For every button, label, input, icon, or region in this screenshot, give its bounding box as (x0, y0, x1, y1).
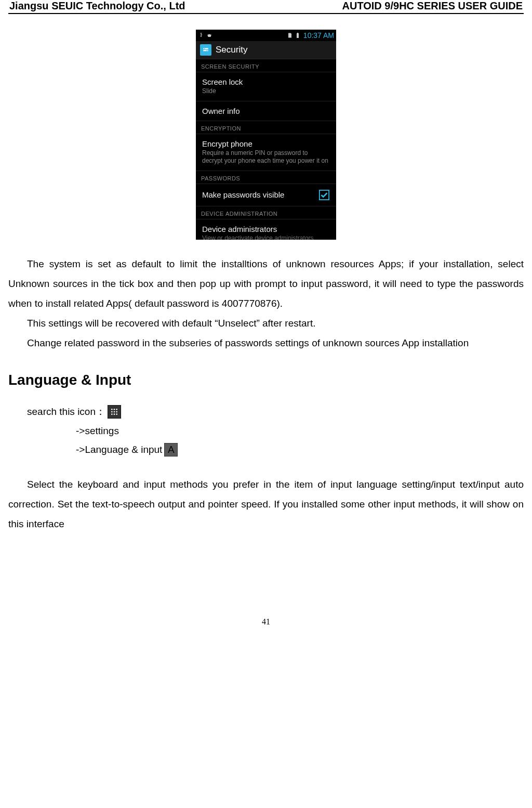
item-desc: Require a numeric PIN or password to dec… (202, 149, 330, 165)
item-device-administrators[interactable]: Device administrators View or deactivate… (196, 219, 336, 240)
heading-language-input: Language & Input (8, 372, 524, 388)
paragraph: Change related password in the subseries… (8, 333, 524, 353)
header-right: AUTOID 9/9HC SERIES USER GUIDE (342, 0, 523, 12)
paragraph: The system is set as default to limit th… (8, 254, 524, 314)
item-title: Device administrators (202, 225, 330, 233)
nav-path-language: ->Language & input A (76, 440, 524, 459)
svg-rect-6 (297, 33, 298, 33)
svg-point-16 (114, 411, 115, 412)
phone-title: Security (216, 45, 247, 55)
page-number: 41 (8, 534, 524, 627)
svg-point-9 (204, 48, 205, 49)
svg-point-12 (111, 409, 113, 410)
svg-point-13 (114, 409, 115, 410)
section-header-device-admin: DEVICE ADMINISTRATION (196, 206, 336, 219)
item-title: Make passwords visible (202, 190, 284, 199)
item-desc: View or deactivate device administrators (202, 234, 330, 240)
phone-screenshot: 10:37 AM Security SCREEN SECURITY Screen… (8, 30, 524, 240)
item-owner-info[interactable]: Owner info (196, 101, 336, 121)
section-header-passwords: PASSWORDS (196, 171, 336, 184)
svg-point-14 (116, 409, 117, 410)
item-encrypt-phone[interactable]: Encrypt phone Require a numeric PIN or p… (196, 134, 336, 171)
phone-titlebar: Security (196, 41, 336, 59)
svg-point-18 (111, 413, 113, 415)
phone-statusbar: 10:37 AM (196, 30, 336, 41)
item-screen-lock[interactable]: Screen lock Slide (196, 72, 336, 101)
language-input-icon: A (164, 443, 178, 457)
checkbox-checked-icon[interactable] (318, 189, 330, 201)
debug-icon (206, 32, 212, 38)
paragraph: This settings will be recovered with def… (8, 314, 524, 333)
body-block: The system is set as default to limit th… (8, 254, 524, 353)
security-settings-icon (200, 44, 211, 56)
item-value: Slide (202, 87, 330, 96)
svg-point-17 (116, 411, 117, 412)
search-icon-line: search this icon： (8, 402, 524, 422)
section-header-screen-security: SCREEN SECURITY (196, 59, 336, 72)
section-header-encryption: ENCRYPTION (196, 121, 336, 134)
usb-icon (198, 32, 204, 38)
item-make-passwords-visible[interactable]: Make passwords visible (196, 184, 336, 206)
svg-rect-8 (203, 50, 208, 51)
svg-line-4 (211, 35, 211, 35)
svg-rect-2 (208, 34, 211, 37)
item-title: Screen lock (202, 77, 330, 86)
status-time: 10:37 AM (303, 31, 334, 40)
item-title: Owner info (202, 107, 330, 115)
document-header: Jiangsu SEUIC Technology Co., Ltd AUTOID… (8, 0, 524, 13)
item-title: Encrypt phone (202, 139, 330, 148)
search-icon-text: search this icon： (8, 402, 105, 422)
svg-point-10 (206, 50, 207, 51)
body-block-2: Select the keyboard and input methods yo… (8, 475, 524, 534)
svg-point-15 (111, 411, 113, 412)
svg-point-20 (116, 413, 117, 415)
header-rule (8, 13, 524, 14)
svg-line-3 (207, 35, 208, 35)
paragraph: Select the keyboard and input methods yo… (8, 475, 524, 534)
header-left: Jiangsu SEUIC Technology Co., Ltd (9, 0, 185, 12)
apps-drawer-icon (108, 405, 121, 419)
svg-point-19 (114, 413, 115, 415)
nav-path-settings: ->settings (76, 422, 524, 440)
sdcard-icon (287, 32, 293, 38)
battery-icon (295, 32, 301, 38)
svg-rect-5 (297, 33, 299, 38)
svg-rect-7 (203, 48, 208, 49)
